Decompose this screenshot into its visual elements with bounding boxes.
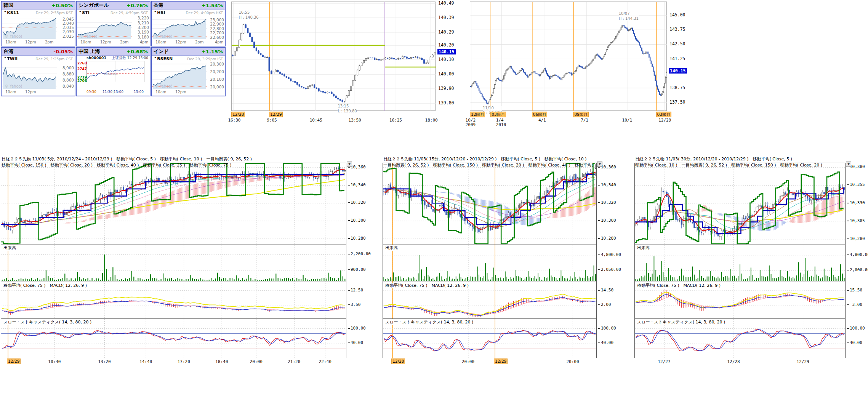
market-symbol: ^HSI [154,10,165,15]
macd-ytick: 12.50 [348,288,363,293]
market-sparkline: 8,9008,8808,8608,840© Yahoo! [2,62,75,90]
macd-ytick: 14.50 [598,288,613,293]
price-ytick: 10,340 [598,182,616,187]
widget-header: 台湾 -0.05% [2,48,75,56]
stochastics-ytick: 40.00 [598,340,613,345]
macd-panel-label: 移動平均( Close, 75 ) MACD( 12, 26, 9 ) [3,283,88,288]
date-xtick: 12/29 [7,358,21,364]
nikkei-futures-chart-15min[interactable]: 日経２２５先物 11/03( 15分, 2010/12/20 - 2010/12… [383,156,626,371]
chart-dropdown-button[interactable]: ▼ [597,162,602,167]
stochastics-panel-label: スロー・ストキャスティクス( 14, 3, 80, 20 ) [3,319,92,325]
current-price-label: 140.15 [437,49,456,54]
session-label: 12/29 [269,112,283,117]
market-change: +0.68% [127,49,148,54]
widget-xtick: 10am [155,40,167,44]
price-ytick: 10,300 [348,218,366,223]
volume-ytick: 2,000.00 [847,267,868,272]
market-widget-taiwan[interactable]: 台湾 -0.05% ^TWII Dec 29, 1:25pm CST 8,900… [1,47,75,96]
chart-title-line1: 日経２２５先物 11/03( 30分, 2010/12/20 - 2010/12… [635,156,843,162]
date-xtick: 12/29 [494,358,508,364]
time-xtick: 10:40 [48,359,61,364]
market-name: 中国 上海 [78,48,100,55]
price-ytick: 139.80 [438,100,454,106]
time-xtick: 22:40 [319,359,332,364]
widget-ytick: 20,300 [208,62,224,66]
widget-header: インド +1.15% [152,48,225,56]
widget-ytick: 3,200 [133,25,149,30]
price-ytick: 137.50 [669,99,685,105]
chart-dropdown-button[interactable]: ▼ [846,162,851,167]
session-label: 12限月 [470,112,485,117]
price-ytick: 139.90 [438,86,454,91]
trading-dashboard: 韓国 +0.50% ^KS11 Dec 29, 2:55pm KST 2,045… [0,0,868,400]
widget-ytick: 3,180 [133,35,149,39]
widget-ytick: 8,900 [58,66,74,70]
chart-plot-area[interactable]: 出来高移動平均( Close, 75 ) MACD( 12, 26, 9 )スロ… [383,163,597,358]
date-xtick: 12/28 [391,358,405,364]
market-widget-india[interactable]: インド +1.15% ^BSESN Dec 29, 3:29pm IST 20,… [151,47,226,96]
time-xtick: 12/28 [727,359,740,364]
widget-ytick: 23,000 [208,18,224,22]
market-name: 韓国 [3,2,13,9]
candlestick-plot[interactable] [231,2,436,111]
time-xtick: 14:40 [139,359,152,364]
time-xtick: 18:00 [425,118,438,123]
widget-subheader: sh000001上证指数12-29 15:00 [77,56,150,61]
widget-ytick: 20,200 [208,69,224,74]
market-sparkline: 2,0452,0402,0352,0302,025© Yahoo! [2,16,75,40]
market-widget-hongkong[interactable]: 香港 +1.54% ^HSI Dec 29, 4:00pm HKT 23,000… [151,1,226,46]
widget-xaxis: 10am12pm [2,90,75,95]
price-ytick: 140.20 [438,42,454,48]
price-ytick: 10,340 [348,182,366,187]
market-timestamp: 12-29 15:00 [127,56,148,60]
widget-xtick: 15:00 [134,90,144,94]
market-sparkline: 23,00022,90022,80022,70022,600© Yahoo! [152,16,225,40]
market-widget-singapore[interactable]: シンガポール +0.76% ^STI Dec 29, 4:59pm SGT 3,… [76,1,151,46]
nikkei-futures-chart-30min[interactable]: 日経２２５先物 11/03( 30分, 2010/12/20 - 2010/12… [634,156,868,371]
time-xtick: 13:50 [349,118,361,123]
market-widget-china-shanghai[interactable]: 中国 上海 +0.68% sh000001上证指数12-29 15:002768… [76,47,151,96]
watermark: © Yahoo! [155,34,173,38]
high-annotation: 10/07H : 144.31 [619,11,639,21]
chart-plot-area[interactable]: 出来高移動平均( Close, 75 ) MACD( 12, 26, 9 )スロ… [634,163,846,358]
widget-subheader: ^KS11 Dec 29, 2:55pm KST [2,10,75,16]
widget-header: 中国 上海 +0.68% [77,48,150,56]
session-label: 09限月 [573,112,588,117]
widget-ytick: 2,045 [58,17,74,21]
fx-intraday-candle-chart[interactable]: 140.49140.39140.29140.20140.10140.00139.… [231,2,469,131]
widget-xtick: 12pm [25,40,36,44]
time-xtick: 12/29 [797,359,809,364]
index-name: 上证指数 [112,56,126,61]
watermark: © Yahoo! [80,34,98,38]
widget-xaxis: 10am12pm2pm [2,40,75,45]
time-xtick: 17:20 [178,359,190,364]
price-ytick: 10,320 [348,200,366,205]
widget-header: シンガポール +0.76% [77,2,150,10]
macd-ytick: 3.50 [348,302,361,307]
market-change: +0.76% [127,3,148,8]
time-xtick: 13:20 [98,359,111,364]
widget-ytick: 8,860 [58,78,74,82]
chart-title-line1: 日経２２５先物 11/03( 15分, 2010/12/20 - 2010/12… [383,156,594,162]
macd-ytick: -3.00 [847,302,862,307]
market-name: 香港 [154,2,163,9]
year-xtick: 2009 [466,122,476,127]
market-symbol: ^STI [78,10,90,15]
widget-subheader: ^BSESN Dec 29, 3:29pm IST [152,56,225,62]
fx-daily-candle-chart[interactable]: 145.00143.75142.50141.25138.75137.50140.… [470,2,714,135]
time-xtick: 16:30 [228,118,240,123]
widget-ytick: 2768 [77,61,86,65]
chart-dropdown-button[interactable]: ▼ [347,162,352,167]
time-xtick: 12/29 [658,118,671,123]
market-widget-korea[interactable]: 韓国 +0.50% ^KS11 Dec 29, 2:55pm KST 2,045… [1,1,75,46]
high-annotation: 16:55H : 140.36 [239,10,258,20]
widget-xaxis: 10am12pm2pm4pm [77,40,150,45]
chart-plot-area[interactable]: 出来高移動平均( Close, 75 ) MACD( 12, 26, 9 )スロ… [1,163,346,358]
stochastics-panel-label: スロー・ストキャスティクス( 14, 3, 80, 20 ) [636,319,726,325]
widget-ytick: 22,800 [208,26,224,31]
nikkei-futures-chart-5min[interactable]: 日経２２５先物 11/03( 5分, 2010/12/24 - 2010/12/… [1,156,376,371]
price-ytick: 140.39 [438,15,454,20]
macd-panel-label: 移動平均( Close, 75 ) MACD( 12, 26, 9 ) [384,283,469,288]
widget-ytick: 3,220 [133,16,149,20]
volume-panel-label: 出来高 [384,245,399,251]
